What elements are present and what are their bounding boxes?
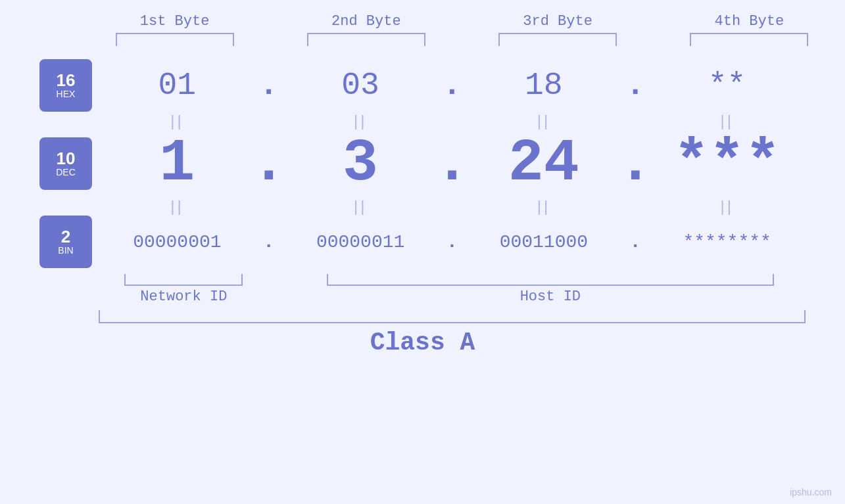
hex-dot-3: . — [622, 68, 648, 103]
bin-byte-1-cell: 00000001 — [99, 232, 256, 252]
hex-badge-label: HEX — [57, 89, 76, 100]
host-bracket-cell — [295, 274, 806, 286]
hex-dot-2: . — [439, 68, 466, 103]
hex-byte-1: 01 — [158, 68, 197, 103]
host-id-label: Host ID — [520, 288, 581, 305]
bin-dot-3: . — [622, 232, 648, 252]
bin-byte-4-cell: ******** — [648, 232, 806, 252]
byte-labels-row: 1st Byte 2nd Byte 3rd Byte 4th Byte — [79, 13, 845, 30]
full-bracket-container — [39, 310, 806, 323]
top-bracket-1 — [116, 33, 234, 46]
bin-badge-label: BIN — [58, 245, 73, 256]
hex-dot-1: . — [256, 68, 282, 103]
dec-badge-number: 10 — [57, 150, 76, 167]
equals-1-2: || — [282, 112, 439, 130]
id-labels-row: Network ID Host ID — [39, 288, 806, 305]
bin-badge-number: 2 — [61, 228, 70, 245]
host-id-label-cell: Host ID — [295, 288, 806, 305]
bin-byte-1: 00000001 — [133, 232, 221, 252]
bin-byte-3: 00011000 — [500, 232, 588, 252]
bin-badge: 2 BIN — [39, 216, 92, 268]
dec-byte-2-cell: 3 — [282, 130, 439, 197]
top-bracket-3 — [498, 33, 617, 46]
hex-byte-3: 18 — [525, 68, 563, 103]
dec-byte-1-cell: 1 — [99, 130, 256, 197]
equals-1-1: || — [99, 112, 256, 130]
bin-byte-4: ******** — [683, 232, 771, 252]
class-label-container: Class A — [39, 329, 806, 357]
equals-2-4: || — [648, 197, 806, 216]
dec-byte-4: *** — [674, 130, 781, 197]
bracket-cell-4 — [654, 33, 845, 46]
network-id-label-cell: Network ID — [99, 288, 269, 305]
hex-byte-2: 03 — [341, 68, 379, 103]
dec-byte-3: 24 — [508, 130, 579, 197]
sub-brackets-row — [39, 274, 806, 286]
hex-badge-number: 16 — [57, 72, 76, 89]
class-label: Class A — [370, 329, 475, 357]
main-container: 1st Byte 2nd Byte 3rd Byte 4th Byte 16 H… — [0, 0, 845, 504]
hex-byte-1-cell: 01 — [99, 68, 256, 103]
network-bracket-cell — [99, 274, 269, 286]
dec-byte-4-cell: *** — [648, 130, 806, 197]
bottom-section: Network ID Host ID Class A — [39, 271, 806, 357]
hex-byte-2-cell: 03 — [282, 68, 439, 103]
dec-byte-1: 1 — [159, 130, 195, 197]
hex-row: 16 HEX 01 . 03 . 18 . ** — [39, 59, 806, 112]
watermark: ipshu.com — [790, 487, 832, 497]
dec-byte-2: 3 — [343, 130, 378, 197]
full-bracket — [99, 310, 806, 323]
dec-row: 10 DEC 1 . 3 . 24 . *** — [39, 130, 806, 197]
hex-bytes-container: 01 . 03 . 18 . ** — [99, 68, 806, 103]
equals-row-2: || || || || — [39, 197, 806, 216]
equals-row-1: || || || || — [39, 112, 806, 130]
byte-label-1: 1st Byte — [79, 13, 270, 30]
network-id-label: Network ID — [140, 288, 227, 305]
byte-label-2: 2nd Byte — [270, 13, 462, 30]
bin-dot-1: . — [256, 232, 282, 252]
hex-byte-3-cell: 18 — [466, 68, 623, 103]
bin-byte-3-cell: 00011000 — [466, 232, 623, 252]
dec-dot-3: . — [622, 130, 648, 197]
dec-dot-2: . — [439, 130, 466, 197]
network-bracket — [124, 274, 243, 286]
equals-2-1: || — [99, 197, 256, 216]
top-bracket-4 — [690, 33, 808, 46]
hex-byte-4: ** — [708, 68, 746, 103]
dec-bytes-container: 1 . 3 . 24 . *** — [99, 130, 806, 197]
hex-byte-4-cell: ** — [648, 68, 806, 103]
dec-badge: 10 DEC — [39, 137, 92, 190]
equals-1-3: || — [466, 112, 623, 130]
bin-bytes-container: 00000001 . 00000011 . 00011000 . *******… — [99, 232, 806, 252]
hex-badge: 16 HEX — [39, 59, 92, 112]
dec-dot-1: . — [256, 130, 282, 197]
top-bracket-2 — [307, 33, 425, 46]
equals-1-4: || — [648, 112, 806, 130]
bin-byte-2-cell: 00000011 — [282, 232, 439, 252]
equals-2-3: || — [466, 197, 623, 216]
top-brackets-row — [79, 33, 845, 46]
byte-label-3: 3rd Byte — [462, 13, 654, 30]
byte-label-4: 4th Byte — [654, 13, 845, 30]
bin-dot-2: . — [439, 232, 466, 252]
host-bracket — [327, 274, 774, 286]
bracket-cell-2 — [270, 33, 462, 46]
dec-byte-3-cell: 24 — [466, 130, 623, 197]
equals-2-2: || — [282, 197, 439, 216]
bin-row: 2 BIN 00000001 . 00000011 . 00011000 . *… — [39, 216, 806, 268]
dec-badge-label: DEC — [56, 167, 76, 178]
bracket-cell-3 — [462, 33, 654, 46]
bin-byte-2: 00000011 — [316, 232, 404, 252]
bracket-cell-1 — [79, 33, 270, 46]
